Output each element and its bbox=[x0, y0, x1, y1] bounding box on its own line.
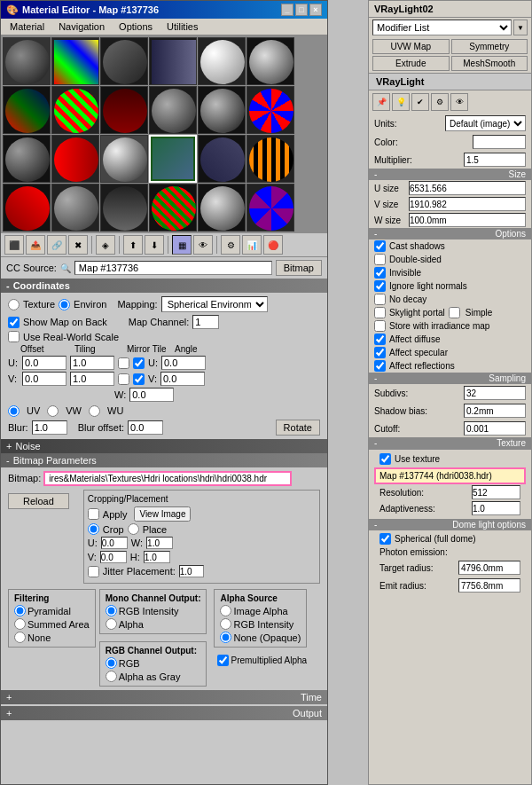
premultiplied-checkbox[interactable] bbox=[217, 655, 229, 666]
menu-material[interactable]: Material bbox=[3, 20, 51, 34]
thumb-5[interactable] bbox=[198, 37, 246, 85]
texture-header[interactable]: - Texture bbox=[369, 437, 531, 449]
offset-u-input[interactable] bbox=[22, 356, 66, 370]
blur-input[interactable] bbox=[32, 420, 67, 435]
mirror-v-checkbox[interactable] bbox=[118, 373, 129, 385]
menu-utilities[interactable]: Utilities bbox=[160, 20, 205, 34]
environ-radio[interactable] bbox=[59, 299, 70, 310]
view-image-btn[interactable]: View Image bbox=[134, 506, 191, 522]
noise-header[interactable]: + Noise bbox=[1, 439, 327, 453]
menu-navigation[interactable]: Navigation bbox=[51, 20, 112, 34]
thumb-10[interactable] bbox=[149, 86, 197, 134]
eye-icon[interactable]: 👁 bbox=[450, 93, 468, 111]
options-header[interactable]: - Options bbox=[369, 228, 531, 239]
output-section[interactable]: + Output bbox=[1, 706, 327, 720]
reload-btn[interactable]: Reload bbox=[8, 493, 69, 509]
coordinates-header[interactable]: - Coordinates bbox=[1, 279, 327, 293]
thumb-23[interactable] bbox=[198, 184, 246, 232]
go-to-parent-btn[interactable]: ⬆ bbox=[123, 235, 143, 255]
close-btn[interactable]: × bbox=[309, 4, 322, 16]
simple-checkbox[interactable] bbox=[449, 307, 460, 318]
texture-map-btn[interactable]: Map #137744 (hdri0038.hdr) bbox=[374, 467, 526, 484]
thumb-22[interactable] bbox=[149, 184, 197, 232]
thumb-13[interactable] bbox=[3, 135, 51, 183]
crop-radio[interactable] bbox=[88, 523, 99, 535]
size-header[interactable]: - Size bbox=[369, 169, 531, 180]
pin-icon[interactable]: 📌 bbox=[372, 93, 390, 111]
thumb-12[interactable] bbox=[246, 86, 294, 134]
spherical-checkbox[interactable] bbox=[379, 533, 391, 545]
extrude-btn[interactable]: Extrude bbox=[372, 56, 450, 71]
none-filter-radio[interactable] bbox=[14, 632, 26, 643]
thumb-9[interactable] bbox=[100, 86, 148, 134]
thumb-16[interactable] bbox=[149, 135, 197, 183]
thumb-24[interactable] bbox=[246, 184, 294, 232]
dome-header[interactable]: - Dome light options bbox=[369, 519, 531, 530]
modifier-list-select[interactable]: Modifier List bbox=[372, 20, 512, 35]
bitmap-path-input[interactable] bbox=[43, 471, 292, 486]
maximize-btn[interactable]: □ bbox=[295, 4, 308, 16]
show-end-result-btn[interactable]: 👁 bbox=[193, 235, 213, 255]
affect-specular-checkbox[interactable] bbox=[374, 347, 386, 358]
time-section[interactable]: + Time bbox=[1, 690, 327, 704]
thumb-1[interactable] bbox=[3, 37, 51, 85]
tile-u-checkbox[interactable] bbox=[133, 357, 145, 369]
pyramidal-radio[interactable] bbox=[14, 605, 26, 616]
rotate-btn[interactable]: Rotate bbox=[276, 420, 320, 436]
affect-reflections-checkbox[interactable] bbox=[374, 360, 386, 372]
render-map-btn[interactable]: 🔴 bbox=[263, 235, 283, 255]
w-size-input[interactable] bbox=[409, 213, 526, 227]
use-texture-checkbox[interactable] bbox=[379, 453, 391, 465]
bitmap-btn[interactable]: Bitmap bbox=[276, 260, 322, 276]
mesh-smooth-btn[interactable]: MeshSmooth bbox=[451, 56, 528, 71]
alpha-gray-radio[interactable] bbox=[106, 671, 117, 682]
summed-area-radio[interactable] bbox=[14, 618, 26, 630]
resolution-input[interactable] bbox=[472, 485, 520, 499]
reset-map-btn[interactable]: ✖ bbox=[68, 235, 88, 255]
uv-radio[interactable] bbox=[8, 405, 20, 417]
make-unique-btn[interactable]: ◈ bbox=[96, 235, 115, 255]
invisible-checkbox[interactable] bbox=[374, 267, 386, 279]
rgb-intensity-radio[interactable] bbox=[106, 605, 117, 616]
thumb-8[interactable] bbox=[51, 86, 99, 134]
show-background-btn[interactable]: ▦ bbox=[172, 235, 192, 255]
shadow-bias-input[interactable] bbox=[464, 404, 526, 418]
texture-radio[interactable] bbox=[8, 299, 20, 310]
thumb-7[interactable] bbox=[3, 86, 51, 134]
thumb-19[interactable] bbox=[3, 184, 51, 232]
check-icon[interactable]: ✔ bbox=[411, 93, 429, 111]
options-btn[interactable]: ⚙ bbox=[221, 235, 240, 255]
thumb-20[interactable] bbox=[51, 184, 99, 232]
wu-radio[interactable] bbox=[89, 405, 100, 417]
crop-u-input[interactable] bbox=[101, 537, 128, 549]
adaptiveness-input[interactable] bbox=[472, 501, 520, 515]
no-decay-checkbox[interactable] bbox=[374, 294, 386, 305]
thumb-21[interactable] bbox=[100, 184, 148, 232]
cutoff-input[interactable] bbox=[464, 421, 526, 436]
v-size-input[interactable] bbox=[409, 197, 526, 211]
thumb-14[interactable] bbox=[51, 135, 99, 183]
place-radio[interactable] bbox=[128, 523, 139, 535]
skylight-portal-checkbox[interactable] bbox=[374, 307, 386, 318]
bitmap-params-header[interactable]: - Bitmap Parameters bbox=[1, 453, 327, 467]
symmetry-btn[interactable]: Symmetry bbox=[451, 39, 528, 54]
go-forward-btn[interactable]: ⬇ bbox=[145, 235, 164, 255]
tiling-u-input[interactable] bbox=[70, 356, 114, 370]
mirror-u-checkbox[interactable] bbox=[118, 357, 129, 369]
video-color-check-btn[interactable]: 📊 bbox=[242, 235, 262, 255]
settings-icon[interactable]: ⚙ bbox=[431, 93, 449, 111]
cast-shadows-checkbox[interactable] bbox=[374, 240, 386, 252]
blur-offset-input[interactable] bbox=[128, 420, 163, 435]
thumb-2[interactable] bbox=[51, 37, 99, 85]
vw-radio[interactable] bbox=[47, 405, 59, 417]
double-sided-checkbox[interactable] bbox=[374, 254, 386, 265]
menu-options[interactable]: Options bbox=[112, 20, 160, 34]
use-real-world-checkbox[interactable] bbox=[8, 331, 20, 342]
image-alpha-radio[interactable] bbox=[220, 605, 231, 616]
ignore-normals-checkbox[interactable] bbox=[374, 280, 386, 292]
none-opaque-radio[interactable] bbox=[220, 632, 231, 643]
get-material-btn[interactable]: ⬛ bbox=[4, 235, 24, 255]
thumb-15[interactable] bbox=[100, 135, 148, 183]
apply-checkbox[interactable] bbox=[88, 508, 99, 520]
offset-v-input[interactable] bbox=[22, 372, 66, 386]
